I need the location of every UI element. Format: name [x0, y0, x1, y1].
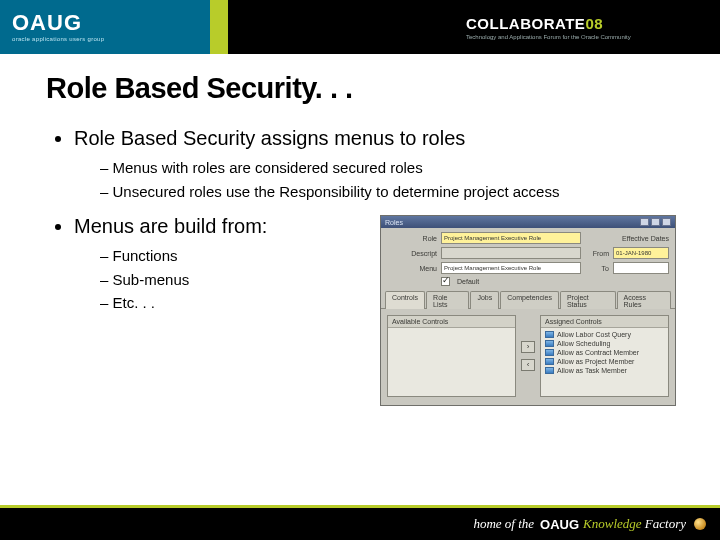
tab-project-status[interactable]: Project Status: [560, 291, 616, 309]
header-spacer: [210, 0, 460, 54]
from-input[interactable]: 01-JAN-1980: [613, 247, 669, 259]
descr-input[interactable]: [441, 247, 581, 259]
footer-kf: Knowledge Factory: [583, 516, 686, 532]
item-icon: [545, 349, 554, 356]
bullet-2-sub-2: Sub-menus: [100, 270, 374, 290]
bullet-2-sub-1: Functions: [100, 246, 374, 266]
assigned-item-label: Allow as Task Member: [557, 367, 627, 374]
default-checkbox[interactable]: [441, 277, 450, 286]
tab-access-rules[interactable]: Access Rules: [617, 291, 671, 309]
tab-controls[interactable]: Controls: [385, 291, 425, 309]
item-icon: [545, 340, 554, 347]
footer-home: home of the: [473, 516, 534, 532]
role-row: Role Project Management Executive Role E…: [387, 232, 669, 244]
oaug-tagline: oracle applications users group: [12, 36, 210, 42]
to-label: To: [585, 265, 609, 272]
menu-value: Project Management Executive Role: [442, 265, 541, 271]
role-value: Project Management Executive Role: [442, 235, 541, 241]
assigned-item[interactable]: Allow Labor Cost Query: [543, 330, 666, 339]
from-value: 01-JAN-1980: [614, 250, 651, 256]
item-icon: [545, 331, 554, 338]
controls-pane: Available Controls › ‹ Assigned Controls: [387, 309, 669, 401]
window-body: Role Project Management Executive Role E…: [381, 228, 675, 405]
assigned-item-label: Allow Scheduling: [557, 340, 610, 347]
collaborate-subtitle: Technology and Applications Forum for th…: [466, 34, 631, 40]
slide-header: OAUG oracle applications users group COL…: [0, 0, 720, 54]
bullet-list: Role Based Security assigns menus to rol…: [74, 127, 674, 406]
assigned-item[interactable]: Allow as Task Member: [543, 366, 666, 375]
window-titlebar: Roles: [381, 216, 675, 228]
roles-window: Roles Role Project Management Executive …: [380, 215, 676, 406]
factory-dot-icon: [694, 518, 706, 530]
descr-row: Descript From 01-JAN-1980: [387, 247, 669, 259]
assigned-item[interactable]: Allow as Project Member: [543, 357, 666, 366]
menu-row: Menu Project Management Executive Role T…: [387, 262, 669, 274]
bullet-1-text: Role Based Security assigns menus to rol…: [74, 127, 465, 149]
tab-role-lists[interactable]: Role Lists: [426, 291, 469, 309]
bullet-2: Menus are build from: Functions Sub-menu…: [74, 215, 674, 406]
assigned-controls-list[interactable]: Assigned Controls Allow Labor Cost Query…: [540, 315, 669, 397]
bullet-2-text: Menus are build from:: [74, 215, 267, 237]
collaborate-wordmark: COLLABORATE08: [466, 15, 603, 32]
footer-kf2: Factory: [645, 516, 686, 531]
bullet-2-sublist: Functions Sub-menus Etc. . .: [100, 246, 374, 313]
tab-strip: Controls Role Lists Jobs Competencies Pr…: [381, 290, 675, 309]
bullet-1: Role Based Security assigns menus to rol…: [74, 127, 674, 201]
tab-jobs[interactable]: Jobs: [470, 291, 499, 309]
slide-footer: home of the OAUG Knowledge Factory: [0, 508, 720, 540]
item-icon: [545, 367, 554, 374]
effective-dates-label: Effective Dates: [622, 235, 669, 242]
default-row: Default: [441, 277, 669, 286]
item-icon: [545, 358, 554, 365]
close-icon[interactable]: [662, 218, 671, 226]
available-header: Available Controls: [388, 316, 515, 328]
default-label: Default: [457, 278, 479, 285]
descr-label: Descript: [387, 250, 437, 257]
move-right-button[interactable]: ›: [521, 341, 535, 353]
collaborate-text: COLLABORATE: [466, 15, 585, 32]
available-controls-list[interactable]: Available Controls: [387, 315, 516, 397]
shuttle-buttons: › ‹: [520, 315, 536, 397]
role-label: Role: [387, 235, 437, 242]
assigned-item-label: Allow as Project Member: [557, 358, 634, 365]
menu-label: Menu: [387, 265, 437, 272]
bullet-2-sub-3: Etc. . .: [100, 293, 374, 313]
footer-kf1: Knowledge: [583, 516, 642, 531]
window-title: Roles: [385, 219, 403, 226]
bullet-1-sub-2: Unsecured roles use the Responsibility t…: [100, 182, 674, 202]
assigned-item[interactable]: Allow Scheduling: [543, 339, 666, 348]
oaug-wordmark: OAUG: [12, 12, 210, 34]
maximize-icon[interactable]: [651, 218, 660, 226]
footer-brand: OAUG: [540, 517, 579, 532]
oaug-logo-block: OAUG oracle applications users group: [0, 0, 210, 54]
slide-title: Role Based Security. . .: [46, 72, 674, 105]
collaborate-logo-block: COLLABORATE08 Technology and Application…: [460, 0, 720, 54]
move-left-button[interactable]: ‹: [521, 359, 535, 371]
bullet-1-sublist: Menus with roles are considered secured …: [100, 158, 674, 201]
menu-input[interactable]: Project Management Executive Role: [441, 262, 581, 274]
tab-competencies[interactable]: Competencies: [500, 291, 559, 309]
slide-content: Role Based Security. . . Role Based Secu…: [0, 54, 720, 406]
role-input[interactable]: Project Management Executive Role: [441, 232, 581, 244]
assigned-item-label: Allow as Contract Member: [557, 349, 639, 356]
to-input[interactable]: [613, 262, 669, 274]
minimize-icon[interactable]: [640, 218, 649, 226]
collaborate-year: 08: [585, 15, 603, 32]
window-controls: [640, 218, 671, 226]
assigned-item-label: Allow Labor Cost Query: [557, 331, 631, 338]
from-label: From: [585, 250, 609, 257]
bullet-1-sub-1: Menus with roles are considered secured …: [100, 158, 674, 178]
assigned-header: Assigned Controls: [541, 316, 668, 328]
assigned-item[interactable]: Allow as Contract Member: [543, 348, 666, 357]
